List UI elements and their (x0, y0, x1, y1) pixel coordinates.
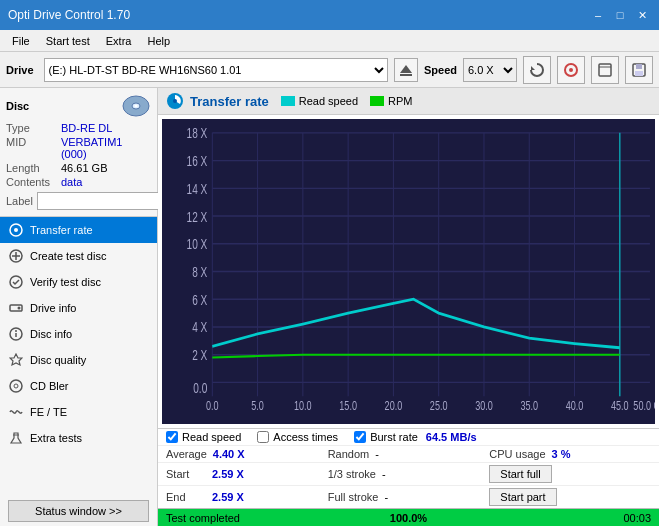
start-part-button[interactable]: Start part (489, 488, 556, 506)
nav-extra-tests[interactable]: Extra tests (0, 425, 157, 451)
menu-help[interactable]: Help (139, 33, 178, 49)
main-area: Disc Type BD-RE DL MID VERBATIM1 (000) L… (0, 88, 659, 526)
disc-length-value: 46.61 GB (61, 162, 107, 174)
stat-full-stroke-value: - (384, 491, 388, 503)
wave-icon (9, 405, 23, 419)
cd-icon (9, 379, 23, 393)
disc-contents-value: data (61, 176, 82, 188)
cb-read-speed-input[interactable] (166, 431, 178, 443)
disc-label-row: Label ✎ (6, 192, 151, 210)
drive-icon (9, 301, 23, 315)
eject-button[interactable] (394, 58, 418, 82)
svg-text:12 X: 12 X (187, 209, 208, 225)
nav-fe-te-label: FE / TE (30, 406, 67, 418)
svg-text:0.0: 0.0 (193, 381, 207, 397)
nav-disc-info-label: Disc info (30, 328, 72, 340)
svg-point-28 (14, 384, 18, 388)
nav-transfer-rate[interactable]: Transfer rate (0, 217, 157, 243)
start-full-button[interactable]: Start full (489, 465, 551, 483)
svg-text:18 X: 18 X (187, 126, 208, 142)
nav-disc-info[interactable]: Disc info (0, 321, 157, 347)
cb-read-speed-label: Read speed (182, 431, 241, 443)
stat-stroke13-label: 1/3 stroke (328, 468, 376, 480)
menu-file[interactable]: File (4, 33, 38, 49)
svg-point-24 (15, 330, 17, 332)
drive-select[interactable]: (E:) HL-DT-ST BD-RE WH16NS60 1.01 (44, 58, 388, 82)
stat-random: Random - (328, 448, 490, 460)
settings-button[interactable] (557, 56, 585, 84)
cb-access-times: Access times (257, 431, 338, 443)
progress-time: 00:03 (623, 512, 651, 524)
save-icon (631, 62, 647, 78)
chart-svg: 18 X 16 X 14 X 12 X 10 X 8 X 6 X 4 X 2 X… (162, 119, 655, 424)
svg-text:8 X: 8 X (192, 264, 207, 280)
nav-drive-info[interactable]: Drive info (0, 295, 157, 321)
close-button[interactable]: ✕ (633, 6, 651, 24)
disc-label-input[interactable] (37, 192, 170, 210)
svg-text:25.0: 25.0 (430, 399, 448, 413)
create-test-icon (8, 248, 24, 264)
minimize-button[interactable]: – (589, 6, 607, 24)
svg-text:2 X: 2 X (192, 348, 207, 364)
nav-cd-bler[interactable]: CD Bler (0, 373, 157, 399)
disc-mid-value: VERBATIM1 (000) (61, 136, 151, 160)
svg-point-4 (569, 68, 573, 72)
burst-rate-value: 64.5 MB/s (426, 431, 477, 443)
cb-burst-rate-input[interactable] (354, 431, 366, 443)
svg-rect-9 (635, 71, 643, 76)
status-window-button[interactable]: Status window >> (8, 500, 149, 522)
edit-button[interactable] (591, 56, 619, 84)
sidebar: Disc Type BD-RE DL MID VERBATIM1 (000) L… (0, 88, 158, 526)
chart-icon (166, 92, 184, 110)
disc-length-row: Length 46.61 GB (6, 162, 151, 174)
stat-cpu-value: 3 % (552, 448, 571, 460)
svg-point-16 (14, 228, 18, 232)
app-title: Opti Drive Control 1.70 (8, 8, 130, 22)
nav-cd-bler-label: CD Bler (30, 380, 69, 392)
speed-select[interactable]: 6.0 X (463, 58, 517, 82)
fe-te-icon (8, 404, 24, 420)
info-disc-icon (9, 327, 23, 341)
nav-fe-te[interactable]: FE / TE (0, 399, 157, 425)
cb-access-times-input[interactable] (257, 431, 269, 443)
menu-start-test[interactable]: Start test (38, 33, 98, 49)
stat-average: Average 4.40 X (166, 448, 328, 460)
chart-header: Transfer rate Read speed RPM (158, 88, 659, 115)
save-button[interactable] (625, 56, 653, 84)
nav-extra-tests-label: Extra tests (30, 432, 82, 444)
refresh-button[interactable] (523, 56, 551, 84)
nav-drive-info-label: Drive info (30, 302, 76, 314)
nav-verify-test-disc[interactable]: Verify test disc (0, 269, 157, 295)
drivebar: Drive (E:) HL-DT-ST BD-RE WH16NS60 1.01 … (0, 52, 659, 88)
nav-create-test-disc[interactable]: Create test disc (0, 243, 157, 269)
disc-icon (563, 62, 579, 78)
stat-stroke13-value: - (382, 468, 386, 480)
content-area: Transfer rate Read speed RPM (158, 88, 659, 526)
cb-read-speed: Read speed (166, 431, 241, 443)
svg-text:45.0: 45.0 (611, 399, 629, 413)
svg-text:0.0: 0.0 (206, 399, 219, 413)
stat-end-label: End (166, 491, 206, 503)
stat-start-label: Start (166, 468, 206, 480)
stat-start-value: 2.59 X (212, 468, 244, 480)
cb-burst-rate: Burst rate 64.5 MB/s (354, 431, 476, 443)
nav-disc-quality[interactable]: Disc quality (0, 347, 157, 373)
eject-icon (399, 63, 413, 77)
nav-transfer-rate-label: Transfer rate (30, 224, 93, 236)
disc-header: Disc (6, 94, 151, 118)
window-controls: – □ ✕ (589, 6, 651, 24)
maximize-button[interactable]: □ (611, 6, 629, 24)
legend-rpm: RPM (370, 95, 412, 107)
menu-extra[interactable]: Extra (98, 33, 140, 49)
svg-rect-8 (636, 64, 642, 69)
disc-mid-row: MID VERBATIM1 (000) (6, 136, 151, 160)
svg-text:30.0: 30.0 (475, 399, 493, 413)
svg-text:5.0: 5.0 (251, 399, 264, 413)
svg-rect-1 (400, 74, 412, 76)
svg-marker-2 (531, 66, 535, 70)
disc-image-icon (121, 94, 151, 118)
nav-create-test-disc-label: Create test disc (30, 250, 106, 262)
svg-text:10 X: 10 X (187, 237, 208, 253)
speed-label: Speed (424, 64, 457, 76)
stat-end: End 2.59 X (166, 491, 328, 503)
